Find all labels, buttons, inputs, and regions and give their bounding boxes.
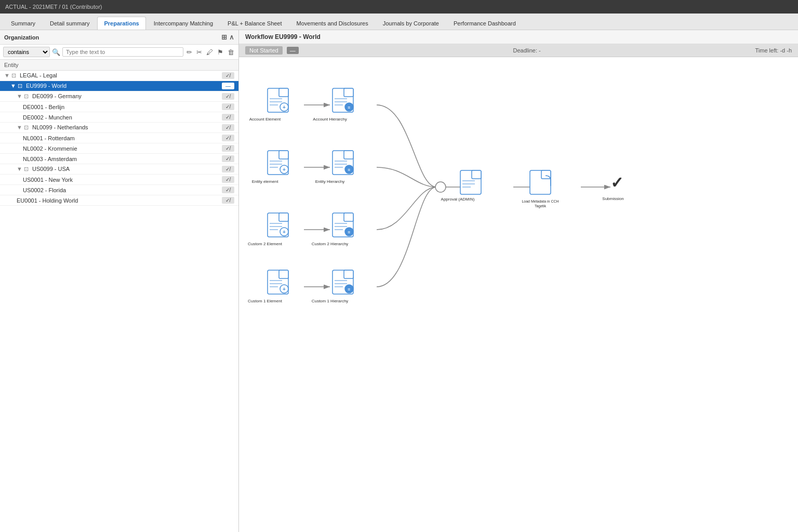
row-badge-nl0003: ✓/ [222, 155, 234, 162]
pen-icon[interactable]: 🖊 [205, 48, 214, 56]
node-approval[interactable]: Approval (ADMIN) [441, 170, 481, 202]
svg-text:Custom 1 Hierarchy: Custom 1 Hierarchy [312, 299, 349, 303]
svg-rect-2 [279, 88, 288, 97]
row-badge-de0001: ✓/ [222, 103, 234, 110]
node-submission[interactable]: ✓ Submission [602, 174, 623, 201]
workflow-status-bar: Not Started — Deadline: - Time left: -d … [239, 44, 798, 57]
row-badge-legal: ✓/ [222, 72, 234, 79]
node-custom1-element[interactable]: + Custom 1 Element [248, 270, 288, 303]
tree-item-nl0001[interactable]: NL0001 - Rotterdam✓/ [0, 133, 238, 143]
row-badge-us0002: ✓/ [222, 187, 234, 193]
svg-text:Approval (ADMIN): Approval (ADMIN) [441, 197, 475, 202]
path-account-hier-merge [377, 105, 436, 187]
row-badge-eu9999: — [222, 83, 234, 89]
workflow-diagram: + Account Element ≡ Account Hierarchy [249, 68, 675, 317]
tree-item-nl0002[interactable]: NL0002 - Krommenie✓/ [0, 143, 238, 154]
workflow-title: Workflow EU9999 - World [239, 30, 798, 44]
folder-icon: ▼ ⊡ [17, 166, 30, 172]
svg-text:Custom 1 Element: Custom 1 Element [248, 299, 283, 303]
tree-item-us0002[interactable]: US0002 - Florida✓/ [0, 185, 238, 195]
svg-text:Account Element: Account Element [249, 117, 281, 122]
folder-icon: ▼ ⊡ [4, 72, 18, 78]
row-badge-us0001: ✓/ [222, 176, 234, 183]
org-title: Organization [4, 34, 39, 41]
node-account-element[interactable]: + Account Element [249, 88, 288, 122]
folder-icon: ▼ ⊡ [17, 124, 30, 130]
tab-journals[interactable]: Journals by Corporate [376, 17, 446, 30]
tab-detail-summary[interactable]: Detail summary [43, 17, 96, 30]
tree-item-nl0099[interactable]: ▼ ⊡ NL0099 - Netherlands✓/ [0, 123, 238, 133]
filter-bar: contains starts with equals 🔍 ✏ ✂ 🖊 ⚑ 🗑 [0, 45, 238, 60]
scissors-icon[interactable]: ✂ [195, 48, 203, 56]
tree-item-eu9999[interactable]: ▼ ⊡ EU9999 - World— [0, 81, 238, 91]
right-panel: Workflow EU9999 - World Not Started — De… [239, 30, 798, 532]
folder-icon: ▼ ⊡ [10, 83, 24, 89]
tab-intercompany[interactable]: Intercompany Matching [147, 17, 220, 30]
row-badge-eu0001: ✓/ [222, 197, 234, 204]
tree-item-eu0001[interactable]: EU0001 - Holding World✓/ [0, 195, 238, 206]
tree-item-de0001[interactable]: DE0001 - Berlijn✓/ [0, 102, 238, 112]
svg-rect-10 [344, 88, 353, 97]
svg-text:+: + [283, 286, 286, 292]
row-badge-de0002: ✓/ [222, 114, 234, 121]
tab-movements[interactable]: Movements and Disclosures [290, 17, 375, 30]
tree-item-nl0003[interactable]: NL0003 - Amsterdam✓/ [0, 154, 238, 164]
tab-preparations[interactable]: Preparations [97, 17, 145, 30]
tab-performance[interactable]: Performance Dashboard [447, 17, 523, 30]
svg-rect-58 [344, 270, 353, 278]
node-load-metadata[interactable]: Load Metadata in CCH Tagetik [522, 170, 558, 208]
top-bar-title: ACTUAL - 2021MET / 01 (Contributor) [5, 4, 102, 10]
svg-rect-50 [279, 270, 288, 278]
status-minus-button[interactable]: — [287, 47, 299, 54]
svg-text:✓: ✓ [610, 174, 623, 191]
row-badge-de0099: ✓/ [222, 93, 234, 100]
main-layout: Organization ⊞ ∧ contains starts with eq… [0, 30, 798, 532]
folder-icon: ▼ ⊡ [17, 93, 30, 99]
svg-rect-18 [279, 151, 288, 159]
svg-text:Account Hierarchy: Account Hierarchy [313, 117, 347, 122]
tab-pl-balance[interactable]: P&L + Balance Sheet [221, 17, 288, 30]
tree-item-de0002[interactable]: DE0002 - Munchen✓/ [0, 112, 238, 123]
svg-rect-26 [344, 151, 353, 159]
tab-bar: SummaryDetail summaryPreparationsInterco… [0, 14, 798, 30]
svg-text:+: + [283, 229, 286, 235]
svg-text:≡: ≡ [348, 230, 350, 235]
tree-item-us0099[interactable]: ▼ ⊡ US0099 - USA✓/ [0, 164, 238, 175]
svg-rect-34 [279, 213, 288, 221]
path-custom1-hier-merge [377, 187, 436, 287]
svg-text:Custom 2 Element: Custom 2 Element [248, 242, 283, 246]
svg-text:Tagetik: Tagetik [535, 204, 547, 208]
tab-summary[interactable]: Summary [4, 17, 42, 30]
svg-text:Load Metadata in CCH: Load Metadata in CCH [522, 200, 558, 203]
tree-item-us0001[interactable]: US0001 - New York✓/ [0, 175, 238, 185]
svg-text:≡: ≡ [348, 287, 350, 292]
svg-text:Entity Hierarchy: Entity Hierarchy [315, 179, 344, 184]
row-badge-us0099: ✓/ [222, 166, 234, 172]
svg-text:+: + [283, 104, 286, 110]
edit-icon[interactable]: ✏ [185, 48, 193, 56]
tree-item-legal[interactable]: ▼ ⊡ LEGAL - Legal✓/ [0, 71, 238, 81]
workflow-canvas: + Account Element ≡ Account Hierarchy [239, 57, 798, 532]
flag-icon[interactable]: ⚑ [216, 48, 224, 56]
svg-rect-66 [472, 170, 481, 179]
deadline-label: Deadline: - [303, 47, 751, 54]
left-panel: Organization ⊞ ∧ contains starts with eq… [0, 30, 239, 532]
svg-rect-72 [541, 170, 551, 179]
svg-rect-42 [344, 213, 353, 221]
filter-input[interactable] [62, 47, 183, 57]
tree-item-de0099[interactable]: ▼ ⊡ DE0099 - Germany✓/ [0, 91, 238, 102]
grid-icon[interactable]: ⊞ [221, 33, 227, 41]
collapse-icon[interactable]: ∧ [229, 33, 234, 41]
org-header-icons: ⊞ ∧ [221, 33, 234, 41]
filter-dropdown[interactable]: contains starts with equals [3, 47, 50, 57]
row-badge-nl0099: ✓/ [222, 124, 234, 131]
search-icon: 🔍 [52, 48, 60, 56]
node-entity-element[interactable]: + Entity element [252, 151, 288, 184]
svg-text:≡: ≡ [348, 105, 350, 110]
svg-text:Submission: Submission [602, 196, 623, 201]
row-badge-nl0002: ✓/ [222, 145, 234, 152]
basket-icon[interactable]: 🗑 [227, 48, 235, 56]
svg-text:Entity element: Entity element [252, 179, 278, 184]
node-custom2-element[interactable]: + Custom 2 Element [248, 213, 288, 246]
org-panel-header: Organization ⊞ ∧ [0, 30, 238, 45]
